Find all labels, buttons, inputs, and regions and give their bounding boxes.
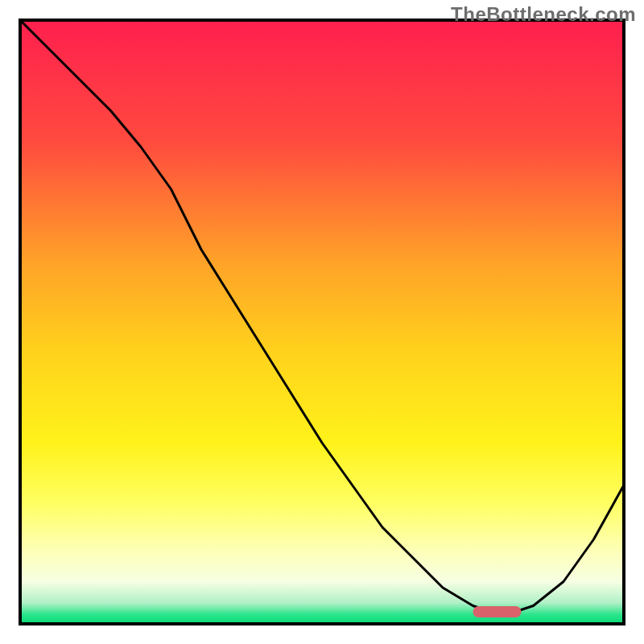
watermark-text: TheBottleneck.com	[451, 3, 636, 26]
bottleneck-chart	[0, 0, 644, 644]
chart-container: { "watermark": "TheBottleneck.com", "cha…	[0, 0, 644, 644]
optimal-range-marker	[473, 606, 522, 617]
